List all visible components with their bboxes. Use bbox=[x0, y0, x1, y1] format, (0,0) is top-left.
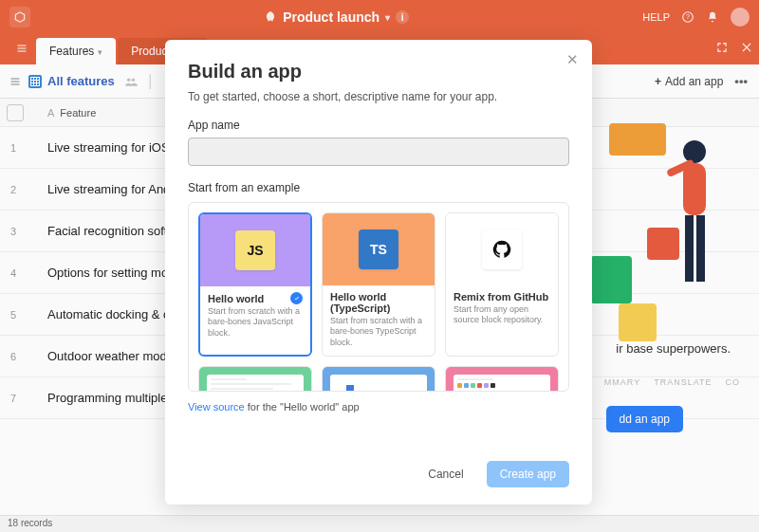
example-title: Remix from GitHub bbox=[454, 291, 548, 303]
modal-subtitle: To get started, choose a short, descript… bbox=[188, 90, 569, 103]
check-icon bbox=[290, 292, 303, 304]
app-name-label: App name bbox=[188, 119, 569, 132]
example-title: Hello world (TypeScript) bbox=[330, 291, 427, 314]
build-app-modal: ✕ Build an app To get started, choose a … bbox=[165, 40, 592, 504]
example-title: Hello world bbox=[208, 293, 264, 304]
app-name-input[interactable] bbox=[188, 138, 569, 166]
close-icon[interactable]: ✕ bbox=[566, 51, 579, 68]
example-card[interactable] bbox=[322, 366, 435, 392]
modal-title: Build an app bbox=[188, 61, 569, 83]
cancel-button[interactable]: Cancel bbox=[415, 461, 476, 487]
example-card[interactable]: Remix from GitHub Start from any open so… bbox=[445, 212, 559, 357]
create-app-button[interactable]: Create app bbox=[487, 461, 569, 487]
examples-gallery[interactable]: JS Hello world Start from scratch with a… bbox=[188, 202, 569, 392]
example-desc: Start from scratch with a bare-bones Typ… bbox=[330, 316, 427, 348]
example-card[interactable] bbox=[198, 366, 312, 392]
example-card[interactable]: JS Hello world Start from scratch with a… bbox=[198, 212, 312, 357]
examples-label: Start from an example bbox=[188, 181, 569, 194]
github-icon bbox=[491, 239, 512, 260]
example-desc: Start from scratch with a bare-bones Jav… bbox=[208, 306, 303, 339]
view-source-link[interactable]: View source for the "Hello world" app bbox=[188, 401, 569, 413]
example-desc: Start from any open source block reposit… bbox=[454, 304, 550, 326]
example-card[interactable] bbox=[445, 366, 559, 392]
example-card[interactable]: TS Hello world (TypeScript) Start from s… bbox=[322, 212, 435, 357]
